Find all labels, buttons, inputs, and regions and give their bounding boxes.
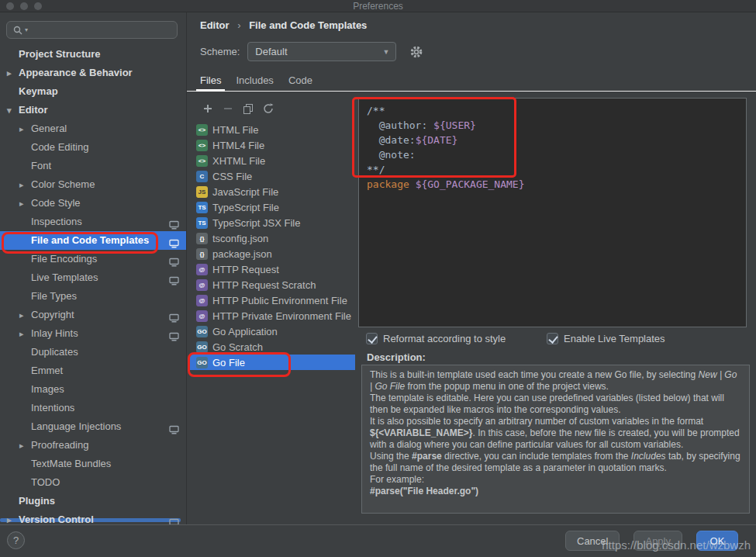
template-item-html-file[interactable]: <>HTML File xyxy=(189,122,355,137)
chevron-right-icon[interactable]: ▸ xyxy=(19,324,24,343)
template-item-label: Go Scratch xyxy=(212,341,263,353)
sidebar-item-label: Font xyxy=(31,160,51,171)
template-item-go-scratch[interactable]: GOGo Scratch xyxy=(189,339,355,355)
sidebar-item-color-scheme[interactable]: ▸Color Scheme xyxy=(0,175,186,194)
sidebar-item-label: Emmet xyxy=(31,365,63,376)
tab-includes[interactable]: Includes xyxy=(236,70,273,92)
template-item-go-application[interactable]: GOGo Application xyxy=(189,323,355,339)
chevron-right-icon[interactable]: ▸ xyxy=(19,175,24,194)
search-icon xyxy=(12,25,23,36)
sidebar-item-proofreading[interactable]: ▸Proofreading xyxy=(0,436,186,455)
chevron-down-icon: ▾ xyxy=(25,26,28,33)
template-item-http-request[interactable]: @HTTP Request xyxy=(189,261,355,277)
template-item-http-request-scratch[interactable]: @HTTP Request Scratch xyxy=(189,277,355,292)
sidebar-item-font[interactable]: Font xyxy=(0,157,186,175)
add-template-button[interactable] xyxy=(202,102,214,115)
template-item-html4-file[interactable]: <>HTML4 File xyxy=(189,137,355,153)
description-paragraph: It is also possible to specify an arbitr… xyxy=(370,416,741,451)
template-item-typescript-file[interactable]: TSTypeScript File xyxy=(189,199,355,215)
sidebar-item-inlay-hints[interactable]: ▸Inlay Hints xyxy=(0,324,186,343)
sidebar-item-label: Code Style xyxy=(31,197,81,209)
description-paragraph: The template is editable. Here you can u… xyxy=(370,393,741,416)
template-item-typescript-jsx-file[interactable]: TSTypeScript JSX File xyxy=(189,215,355,230)
sidebar-item-live-templates[interactable]: Live Templates xyxy=(0,268,186,287)
sidebar-item-label: Version Control xyxy=(19,514,94,524)
sidebar-item-code-style[interactable]: ▸Code Style xyxy=(0,194,186,213)
chevron-right-icon[interactable]: ▸ xyxy=(19,306,24,324)
template-item-css-file[interactable]: CCSS File xyxy=(189,168,355,184)
template-item-tsconfig-json[interactable]: {}tsconfig.json xyxy=(189,230,355,246)
description-paragraph: Using the #parse directive, you can incl… xyxy=(370,451,741,474)
sidebar-item-intentions[interactable]: Intentions xyxy=(0,399,186,417)
help-button[interactable]: ? xyxy=(7,531,25,549)
sidebar-item-version-control[interactable]: ▸Version Control xyxy=(0,510,186,524)
description-paragraph: This is a built-in template used each ti… xyxy=(370,369,741,393)
settings-search-field[interactable]: ▾ xyxy=(6,21,178,39)
template-item-label: Go File xyxy=(212,357,245,368)
template-list-panel: <>HTML File<>HTML4 File<>XHTML FileCCSS … xyxy=(189,92,355,524)
template-item-http-public-environment-file[interactable]: @HTTP Public Environment File xyxy=(189,292,355,308)
remove-template-button[interactable] xyxy=(222,102,234,115)
scheme-select[interactable]: Default ▼ xyxy=(247,42,396,61)
js-file-icon: JS xyxy=(196,186,208,198)
template-item-javascript-file[interactable]: JSJavaScript File xyxy=(189,184,355,199)
option-label: Enable Live Templates xyxy=(564,333,665,344)
chevron-right-icon[interactable]: ▸ xyxy=(7,64,12,82)
reset-template-button[interactable] xyxy=(262,102,274,115)
sidebar-item-duplicates[interactable]: Duplicates xyxy=(0,343,186,362)
tab-files[interactable]: Files xyxy=(200,70,221,92)
template-item-label: Go Application xyxy=(212,326,278,337)
sidebar-item-label: File Types xyxy=(31,290,77,302)
sidebar-item-images[interactable]: Images xyxy=(0,380,186,399)
chevron-right-icon[interactable]: ▸ xyxy=(7,510,12,524)
chevron-right-icon[interactable]: ▸ xyxy=(19,194,24,213)
sidebar-item-language-injections[interactable]: Language Injections xyxy=(0,417,186,436)
sidebar-item-keymap[interactable]: Keymap xyxy=(0,82,186,101)
sidebar-item-file-encodings[interactable]: File Encodings xyxy=(0,250,186,268)
template-editor[interactable]: /** @author: ${USER} @date:${DATE} @note… xyxy=(358,98,747,327)
description-paragraph: For example: xyxy=(370,474,741,486)
gear-icon[interactable] xyxy=(409,45,423,59)
option-enable-live-templates[interactable]: Enable Live Templates xyxy=(547,333,665,344)
sidebar-item-plugins[interactable]: Plugins xyxy=(0,492,186,510)
chevron-right-icon[interactable]: ▸ xyxy=(19,119,24,138)
html-file-icon: <> xyxy=(196,124,208,136)
sidebar-item-code-editing[interactable]: Code Editing xyxy=(0,138,186,157)
checkbox-icon[interactable] xyxy=(366,333,378,344)
sidebar-item-copyright[interactable]: ▸Copyright xyxy=(0,306,186,324)
sidebar-item-project-structure[interactable]: Project Structure xyxy=(0,45,186,64)
code-line: @note: xyxy=(367,147,746,162)
template-item-label: HTTP Public Environment File xyxy=(212,295,347,306)
sidebar-item-textmate-bundles[interactable]: TextMate Bundles xyxy=(0,455,186,473)
sidebar-item-label: Code Editing xyxy=(31,141,88,153)
tab-code[interactable]: Code xyxy=(288,70,312,92)
sidebar-item-file-and-code-templates[interactable]: File and Code Templates xyxy=(0,231,186,250)
template-list: <>HTML File<>HTML4 File<>XHTML FileCCSS … xyxy=(189,122,355,370)
breadcrumb-editor[interactable]: Editor xyxy=(200,19,230,31)
template-item-go-file[interactable]: GOGo File xyxy=(189,355,355,370)
template-item-http-private-environment-file[interactable]: @HTTP Private Environment File xyxy=(189,308,355,323)
sidebar-item-inspections[interactable]: Inspections xyxy=(0,213,186,231)
chevron-down-icon[interactable]: ▾ xyxy=(7,101,12,119)
ts-file-icon: TS xyxy=(196,217,208,229)
chevron-right-icon[interactable]: ▸ xyxy=(19,436,24,455)
sidebar-item-file-types[interactable]: File Types xyxy=(0,287,186,306)
http-file-icon: @ xyxy=(196,279,208,291)
breadcrumb: Editor › File and Code Templates xyxy=(200,19,367,31)
template-item-label: CSS File xyxy=(212,171,252,182)
sidebar-item-label: Keymap xyxy=(19,85,58,97)
option-reformat-according-to-style[interactable]: Reformat according to style xyxy=(366,333,506,344)
sidebar-item-emmet[interactable]: Emmet xyxy=(0,362,186,380)
copy-template-button[interactable] xyxy=(242,102,254,115)
code-line: **/ xyxy=(367,162,746,177)
template-item-xhtml-file[interactable]: <>XHTML File xyxy=(189,153,355,168)
sidebar-item-general[interactable]: ▸General xyxy=(0,119,186,138)
per-project-config-icon xyxy=(169,515,179,524)
sidebar-item-todo[interactable]: TODO xyxy=(0,473,186,492)
checkbox-icon[interactable] xyxy=(547,333,558,344)
code-line: @date:${DATE} xyxy=(367,133,746,147)
template-item-package-json[interactable]: {}package.json xyxy=(189,246,355,261)
sidebar-item-editor[interactable]: ▾Editor xyxy=(0,101,186,119)
sidebar-item-appearance-behavior[interactable]: ▸Appearance & Behavior xyxy=(0,64,186,82)
settings-sidebar: ▾ Project Structure▸Appearance & Behavio… xyxy=(0,12,187,524)
